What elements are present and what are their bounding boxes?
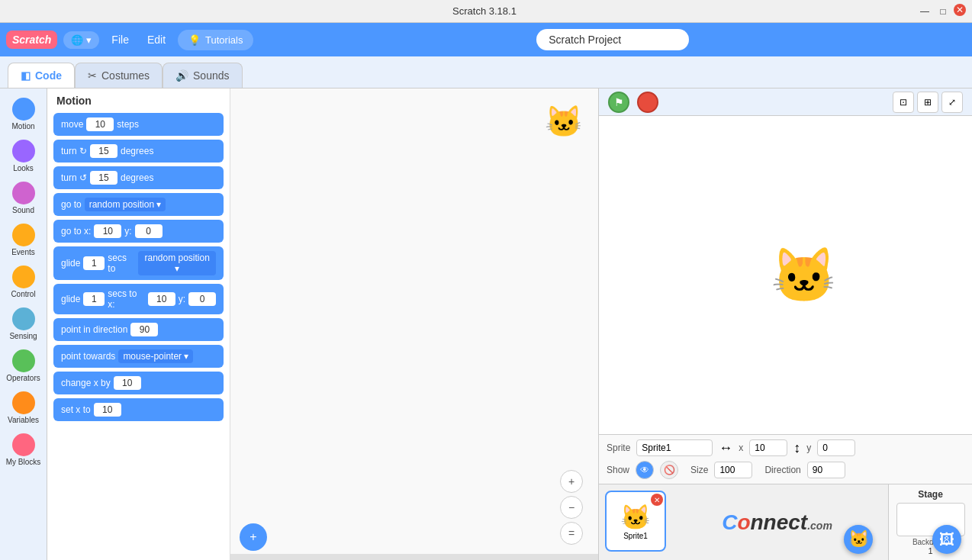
sprite-list-area: ✕ 🐱 Sprite1 Connect.com Stage Backdrops …: [599, 484, 972, 560]
tutorials-button[interactable]: 💡 Tutorials: [178, 30, 253, 50]
close-button[interactable]: ✕: [954, 4, 966, 16]
glide-to-dropdown[interactable]: random position ▾: [138, 251, 216, 275]
tab-code[interactable]: ◧ Code: [8, 63, 75, 88]
stage-section-title: Stage: [918, 489, 943, 500]
sprite-y-input[interactable]: [817, 439, 855, 456]
sidebar-item-variables[interactable]: Variables: [2, 388, 45, 427]
control-dot: [12, 266, 35, 288]
stage-header: ⚑ ⊡ ⊞ ⤢: [599, 89, 972, 116]
direction-input[interactable]: [807, 462, 845, 478]
block-goto-xy[interactable]: go to x: y:: [53, 220, 224, 243]
goto-dropdown[interactable]: random position ▾: [85, 198, 166, 211]
fullscreen-button[interactable]: ⤢: [941, 92, 963, 113]
direction-label: Direction: [764, 465, 800, 475]
glide-xy-secs-input[interactable]: [83, 292, 105, 306]
glide-xy-y-input[interactable]: [188, 292, 216, 306]
looks-dot: [12, 140, 35, 163]
menubar: Scratch 🌐 ▾ File Edit 💡 Tutorials: [0, 23, 972, 56]
sprite-x-input[interactable]: [749, 439, 787, 456]
stage-play-controls: ⚑: [608, 92, 658, 113]
glide-secs-input[interactable]: [83, 256, 105, 270]
sprite-label: Sprite: [607, 443, 630, 453]
add-extension-button[interactable]: +: [240, 523, 267, 551]
block-change-x[interactable]: change x by: [53, 372, 224, 394]
block-point-towards[interactable]: point towards mouse-pointer ▾: [53, 345, 224, 368]
minimize-button[interactable]: —: [917, 4, 932, 19]
block-glide-xy[interactable]: glide secs to x: y:: [53, 284, 224, 314]
add-sprite-button[interactable]: 🐱: [844, 525, 873, 554]
block-move[interactable]: move steps: [53, 113, 224, 136]
sidebar-item-motion[interactable]: Motion: [2, 95, 45, 134]
x-arrow-icon: ↔: [719, 440, 732, 456]
palette-title: Motion: [53, 95, 224, 107]
language-button[interactable]: 🌐 ▾: [63, 31, 99, 49]
flag-icon: ⚑: [614, 96, 624, 108]
myblocks-dot: [12, 433, 35, 456]
sprite-info-row1: Sprite ↔ x ↕ y: [607, 439, 964, 456]
show-hidden-button[interactable]: 🚫: [660, 461, 678, 479]
change-x-input[interactable]: [114, 376, 141, 390]
scratch-logo: Scratch: [6, 31, 57, 49]
goto-y-input[interactable]: [135, 224, 163, 238]
block-point-direction[interactable]: point in direction: [53, 318, 224, 341]
sidebar-item-events[interactable]: Events: [2, 220, 45, 259]
shrink-stage-button[interactable]: ⊡: [893, 92, 914, 113]
block-goto[interactable]: go to random position ▾: [53, 193, 224, 216]
sidebar-item-looks[interactable]: Looks: [2, 137, 45, 175]
turn-cw-input[interactable]: [90, 144, 117, 158]
sprite-info-panel: Sprite ↔ x ↕ y Show 👁 🚫 Size Direction: [599, 434, 972, 484]
file-menu[interactable]: File: [105, 31, 135, 49]
stage-view-controls: ⊡ ⊞ ⤢: [893, 92, 963, 113]
tab-costumes[interactable]: ✂ Costumes: [75, 63, 163, 88]
green-flag-button[interactable]: ⚑: [608, 92, 629, 113]
project-name-input[interactable]: [536, 29, 689, 50]
sidebar-item-myblocks[interactable]: My Blocks: [2, 430, 45, 469]
move-steps-input[interactable]: [86, 117, 114, 131]
size-input[interactable]: [714, 462, 752, 478]
zoom-out-button[interactable]: −: [560, 496, 583, 519]
edit-menu[interactable]: Edit: [141, 31, 172, 49]
block-glide-to[interactable]: glide secs to random position ▾: [53, 246, 224, 280]
sprite-thumb-image: 🐱: [620, 503, 651, 532]
maximize-button[interactable]: □: [935, 4, 951, 19]
main-area: Motion Looks Sound Events Control Sensin…: [0, 89, 972, 560]
zoom-reset-button[interactable]: =: [560, 522, 583, 545]
turn-ccw-input[interactable]: [90, 171, 117, 185]
direction-input[interactable]: [130, 323, 158, 336]
set-x-input[interactable]: [94, 403, 121, 417]
code-tab-icon: ◧: [21, 69, 31, 82]
operators-dot: [12, 349, 35, 372]
towards-dropdown[interactable]: mouse-pointer ▾: [118, 349, 193, 363]
scripting-cat-preview: 🐱: [545, 104, 583, 140]
sprite-list: ✕ 🐱 Sprite1 Connect.com: [599, 484, 888, 560]
horizontal-scrollbar[interactable]: [230, 554, 598, 560]
app-title: Scratch 3.18.1: [52, 5, 917, 17]
sidebar-item-sensing[interactable]: Sensing: [2, 304, 45, 343]
zoom-controls: + − =: [560, 470, 583, 545]
events-dot: [12, 224, 35, 246]
block-turn-cw[interactable]: turn ↻ degrees: [53, 140, 224, 163]
goto-x-input[interactable]: [94, 224, 121, 238]
script-canvas[interactable]: 🐱 + − = +: [230, 89, 598, 560]
motion-dot: [12, 98, 35, 121]
show-visible-button[interactable]: 👁: [636, 461, 654, 479]
stop-button[interactable]: [637, 92, 658, 113]
block-turn-ccw[interactable]: turn ↺ degrees: [53, 166, 224, 189]
add-backdrop-button[interactable]: 🖼: [932, 525, 961, 554]
sprite-name-input[interactable]: [636, 439, 713, 456]
sprite-thumbnail-sprite1[interactable]: ✕ 🐱 Sprite1: [605, 491, 666, 552]
sidebar-item-operators[interactable]: Operators: [2, 346, 45, 385]
tab-sounds[interactable]: 🔊 Sounds: [163, 63, 242, 88]
sidebar-item-control[interactable]: Control: [2, 262, 45, 301]
zoom-in-button[interactable]: +: [560, 470, 583, 493]
glide-xy-x-input[interactable]: [148, 292, 175, 306]
sidebar-item-sound[interactable]: Sound: [2, 179, 45, 217]
expand-stage-button[interactable]: ⊞: [917, 92, 938, 113]
block-set-x[interactable]: set x to: [53, 398, 224, 421]
costumes-tab-icon: ✂: [88, 69, 97, 82]
delete-sprite-icon[interactable]: ✕: [651, 494, 663, 506]
block-palette: Motion move steps turn ↻ degrees turn ↺ …: [47, 89, 230, 560]
show-label: Show: [607, 465, 629, 475]
stage-canvas: 🐱: [599, 116, 972, 434]
sprite-info-row2: Show 👁 🚫 Size Direction: [607, 461, 964, 479]
